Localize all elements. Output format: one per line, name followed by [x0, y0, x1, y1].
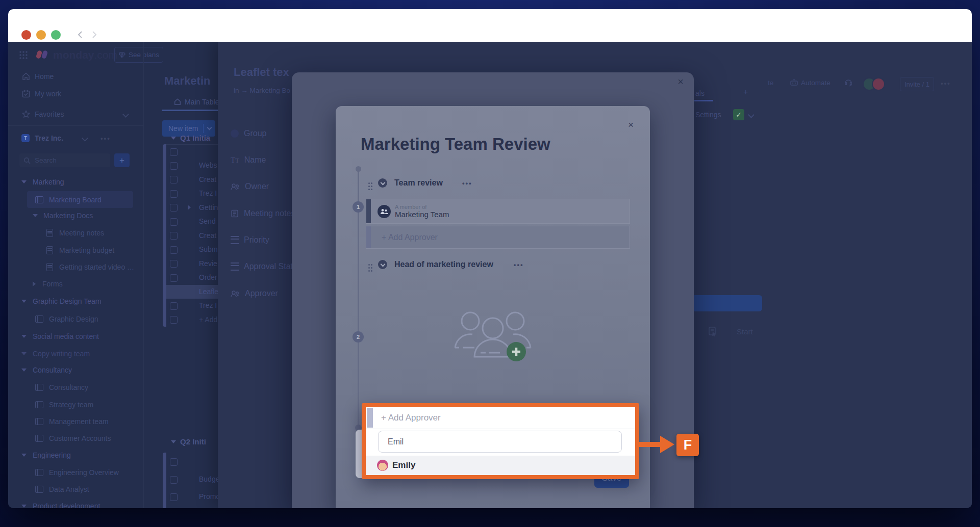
- sidebar-item-consultancy-group[interactable]: Consultancy: [8, 362, 143, 378]
- approver-member-row[interactable]: A member of Marketing Team: [366, 199, 630, 224]
- expand-row-icon[interactable]: [188, 205, 191, 210]
- start-button[interactable]: Start: [737, 327, 753, 336]
- see-plans-button[interactable]: See plans: [114, 47, 163, 63]
- group-header-q2[interactable]: Q2 Initi: [171, 437, 217, 446]
- item-menu-icon[interactable]: •••: [941, 80, 951, 87]
- close-traffic-light[interactable]: [21, 30, 31, 40]
- row-checkbox[interactable]: [170, 274, 178, 282]
- workspace-menu-icon[interactable]: •••: [100, 135, 111, 142]
- sidebar-item-favorites[interactable]: Favorites: [8, 107, 143, 122]
- integrate-button[interactable]: te: [768, 79, 773, 87]
- sidebar-item-getting-started-video[interactable]: Getting started video …: [8, 259, 143, 275]
- chevron-down-icon[interactable]: [748, 112, 755, 118]
- table-row[interactable]: Budge: [199, 470, 218, 488]
- add-approver-row-step2[interactable]: + Add Approver: [366, 407, 635, 429]
- doc-icon: [231, 209, 239, 218]
- close-icon[interactable]: ×: [628, 119, 634, 130]
- row-checkbox[interactable]: [170, 260, 178, 268]
- sidebar-item-meeting-notes[interactable]: Meeting notes: [8, 225, 143, 241]
- maximize-traffic-light[interactable]: [51, 30, 61, 40]
- status-icon: [231, 262, 239, 271]
- close-icon[interactable]: ×: [677, 76, 684, 88]
- add-tab-button[interactable]: +: [743, 88, 748, 97]
- approver-search-input[interactable]: [378, 431, 622, 453]
- collapse-step-icon[interactable]: [378, 178, 387, 188]
- sidebar-workspace-trez[interactable]: T Trez Inc. •••: [8, 130, 143, 146]
- table-row[interactable]: Gettin: [199, 201, 218, 215]
- sidebar-item-graphic-design-team[interactable]: Graphic Design Team: [8, 294, 143, 309]
- sidebar-item-marketing-budget[interactable]: Marketing budget: [8, 243, 143, 258]
- forward-icon[interactable]: [90, 31, 98, 39]
- row-checkbox[interactable]: [170, 162, 178, 170]
- row-checkbox[interactable]: [170, 246, 178, 254]
- row-checkbox[interactable]: [170, 476, 178, 484]
- sidebar-item-graphic-design[interactable]: Graphic Design: [8, 311, 143, 327]
- tab-approvals[interactable]: als: [695, 89, 705, 97]
- table-row[interactable]: Send: [199, 215, 218, 229]
- minimize-traffic-light[interactable]: [36, 30, 46, 40]
- sidebar-item-marketing-docs[interactable]: Marketing Docs: [8, 208, 143, 223]
- apps-grid-icon[interactable]: [19, 50, 28, 60]
- sidebar-item-data-analyst[interactable]: Data Analyst: [8, 482, 143, 497]
- table-row[interactable]: Creat: [199, 173, 218, 187]
- step-menu-icon[interactable]: •••: [462, 179, 472, 187]
- headset-icon[interactable]: [844, 78, 853, 87]
- sidebar-item-customer-accounts[interactable]: Customer Accounts: [8, 431, 143, 446]
- drag-handle-icon[interactable]: [368, 182, 370, 184]
- row-checkbox[interactable]: [170, 176, 178, 183]
- board-title: Marketin: [164, 74, 218, 88]
- table-row[interactable]: Order: [199, 271, 218, 285]
- table-row[interactable]: Creat: [199, 229, 218, 243]
- table-row[interactable]: Webs: [199, 159, 218, 173]
- sidebar-item-engineering-overview[interactable]: Engineering Overview: [8, 465, 143, 480]
- sidebar-search-input[interactable]: Search: [19, 153, 110, 167]
- row-checkbox[interactable]: [170, 493, 178, 501]
- sidebar-item-marketing-board[interactable]: Marketing Board: [8, 192, 143, 207]
- drag-handle-icon[interactable]: [368, 264, 370, 266]
- add-approver-row-step1[interactable]: + Add Approver: [366, 226, 630, 249]
- sidebar-item-engineering[interactable]: Engineering: [8, 447, 143, 463]
- row-checkbox[interactable]: [170, 458, 178, 466]
- table-row[interactable]: Trez I: [199, 299, 218, 313]
- row-checkbox[interactable]: [170, 148, 178, 156]
- approver-suggestion-emily[interactable]: Emily: [366, 456, 635, 475]
- invite-button[interactable]: Invite / 1: [900, 77, 934, 91]
- settings-label: Settings: [695, 111, 721, 119]
- sidebar-item-my-work[interactable]: My work: [8, 86, 143, 101]
- sidebar-item-strategy-team[interactable]: Strategy team: [8, 397, 143, 412]
- add-item-row[interactable]: + Add: [199, 313, 218, 327]
- sidebar-item-marketing[interactable]: Marketing: [8, 174, 143, 190]
- row-checkbox[interactable]: [170, 232, 178, 240]
- back-icon[interactable]: [77, 31, 85, 39]
- avatar[interactable]: [872, 77, 885, 91]
- automate-button[interactable]: Automate: [801, 79, 831, 87]
- doc-cursor-icon[interactable]: [708, 327, 717, 337]
- add-board-button[interactable]: +: [114, 153, 130, 167]
- sidebar-item-social-media-content[interactable]: Social media content: [8, 329, 143, 344]
- sidebar-item-home[interactable]: Home: [8, 69, 143, 84]
- step-menu-icon[interactable]: •••: [514, 261, 524, 269]
- collapse-step-icon[interactable]: [378, 260, 387, 269]
- row-checkbox[interactable]: [170, 204, 178, 212]
- group-accent-strip: [163, 144, 166, 327]
- group-header-q1[interactable]: Q1 Initia: [171, 134, 217, 142]
- table-row-selected[interactable]: Leafle: [199, 285, 218, 299]
- table-row[interactable]: Subm: [199, 243, 218, 257]
- sidebar-item-management-team[interactable]: Management team: [8, 414, 143, 429]
- approval-action-button[interactable]: [692, 295, 762, 311]
- row-checkbox[interactable]: [170, 218, 178, 226]
- star-icon: [22, 110, 30, 118]
- sidebar-item-consultancy-board[interactable]: Consultancy: [8, 380, 143, 395]
- table-row[interactable]: Revie: [199, 257, 218, 271]
- sidebar-item-forms[interactable]: Forms: [8, 276, 143, 292]
- table-row[interactable]: Promo: [199, 488, 218, 505]
- row-checkbox[interactable]: [170, 190, 178, 198]
- sidebar-item-product-development[interactable]: Product development: [8, 498, 143, 508]
- board-icon: [35, 401, 43, 408]
- tab-main-table[interactable]: Main Table: [174, 98, 219, 106]
- settings-checkbox[interactable]: ✓: [733, 109, 744, 120]
- sidebar-item-copy-writing-team[interactable]: Copy writing team: [8, 346, 143, 361]
- table-row[interactable]: Trez I: [199, 187, 218, 201]
- row-checkbox[interactable]: [170, 302, 178, 310]
- row-checkbox[interactable]: [170, 316, 178, 324]
